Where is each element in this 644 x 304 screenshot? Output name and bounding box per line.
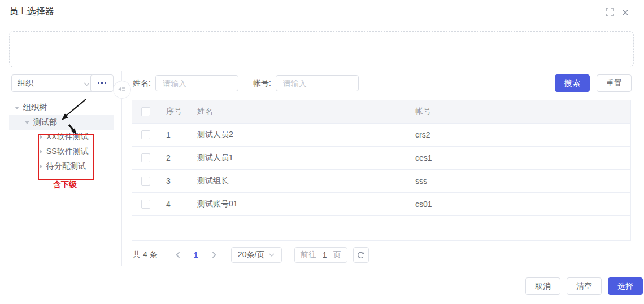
table-header-row: 序号 姓名 帐号 [132,100,630,124]
tree-node-pending-test[interactable]: 待分配测试 [9,159,114,174]
cancel-button[interactable]: 取消 [525,277,560,295]
caret-down-icon[interactable] [15,107,19,109]
filter-bar: 姓名: 帐号: 搜索 重置 [133,74,632,92]
table-row[interactable]: 4 测试账号01 cs01 [132,193,630,216]
table-row[interactable]: 3 测试组长 sss [132,170,630,193]
name-filter-input[interactable] [155,75,238,91]
row-checkbox[interactable] [141,177,150,186]
row-checkbox[interactable] [141,200,150,209]
more-actions-button[interactable] [90,74,114,92]
collapse-panel-button[interactable] [113,81,131,99]
next-page-button[interactable] [205,247,223,263]
selected-employees-area [9,31,634,67]
cell-account: cs01 [408,193,630,215]
employee-table: 序号 姓名 帐号 1 测试人员2 crs2 2 测试人员1 ces1 3 测试组… [132,100,631,241]
cell-account: crs2 [408,124,630,146]
caret-right-icon[interactable] [40,164,42,169]
org-type-value: 组织 [18,78,33,89]
header-cell-index: 序号 [159,100,190,123]
tree-node-label: XX软件测试 [46,132,89,142]
tree-node-label: 组织树 [23,103,47,113]
annotation-note: 含下级 [34,180,96,190]
tree-node-ss-software-test[interactable]: SS软件测试 [9,144,114,159]
caret-right-icon[interactable] [40,149,42,154]
cell-name: 测试账号01 [190,193,408,215]
goto-prefix: 前往 [301,250,316,260]
page-number-current[interactable]: 1 [187,247,205,263]
pagination-total: 共 4 条 [133,250,158,260]
page-size-value: 20条/页 [238,250,264,260]
cell-index: 1 [159,124,190,146]
employee-selector-dialog: 员工选择器 组织 [0,0,644,304]
org-type-select[interactable]: 组织 [11,74,96,92]
header-cell-account: 帐号 [408,100,630,123]
row-checkbox[interactable] [141,153,150,162]
pagination-bar: 共 4 条 1 20条/页 前往 页 [133,246,369,263]
dialog-title: 员工选择器 [9,6,54,17]
caret-down-icon[interactable] [25,121,29,124]
dialog-footer: 取消 清空 选择 [525,277,643,295]
cell-name: 测试人员1 [190,147,408,169]
select-all-checkbox[interactable] [141,107,150,116]
reset-button[interactable]: 重置 [597,74,632,92]
account-filter-label: 帐号: [253,78,271,89]
page-size-select[interactable]: 20条/页 [231,247,282,263]
row-checkbox[interactable] [141,130,150,139]
caret-right-icon[interactable] [40,135,42,139]
tree-node-test-dept[interactable]: 测试部 [9,115,114,130]
cell-index: 4 [159,193,190,215]
cell-index: 2 [159,147,190,169]
cell-name: 测试人员2 [190,124,408,146]
name-filter-label: 姓名: [133,78,151,89]
header-cell-name: 姓名 [190,100,408,123]
goto-page-input[interactable] [320,250,330,259]
org-tree: 组织树 测试部 XX软件测试 SS软件测试 待分配测试 [9,100,114,174]
search-button[interactable]: 搜索 [555,74,590,92]
refresh-button[interactable] [353,247,369,263]
fullscreen-icon [606,8,614,18]
cell-index: 3 [159,170,190,192]
table-row[interactable]: 2 测试人员1 ces1 [132,147,630,170]
chevron-down-icon [269,253,275,257]
more-icon [98,82,99,84]
confirm-select-button[interactable]: 选择 [608,277,643,295]
goto-page-box: 前往 页 [294,247,347,263]
tree-node-xx-software-test[interactable]: XX软件测试 [9,130,114,144]
tree-node-org-root[interactable]: 组织树 [9,100,114,115]
tree-node-label: 测试部 [33,117,57,127]
collapse-panel-icon [118,85,126,94]
cell-name: 测试组长 [190,170,408,192]
fullscreen-button[interactable] [604,8,615,18]
clear-button[interactable]: 清空 [567,277,602,295]
close-icon [621,8,629,18]
header-cell-checkbox [132,100,159,123]
close-button[interactable] [620,8,630,18]
panel-divider [121,71,122,266]
table-empty-space [132,216,630,240]
tree-node-label: 待分配测试 [46,161,86,171]
table-row[interactable]: 1 测试人员2 crs2 [132,124,630,147]
cell-account: sss [408,170,630,192]
account-filter-input[interactable] [276,75,359,91]
prev-page-button[interactable] [169,247,187,263]
cell-account: ces1 [408,147,630,169]
tree-node-label: SS软件测试 [46,147,89,157]
goto-suffix: 页 [333,250,341,260]
refresh-icon [356,251,365,259]
chevron-down-icon [84,79,90,88]
